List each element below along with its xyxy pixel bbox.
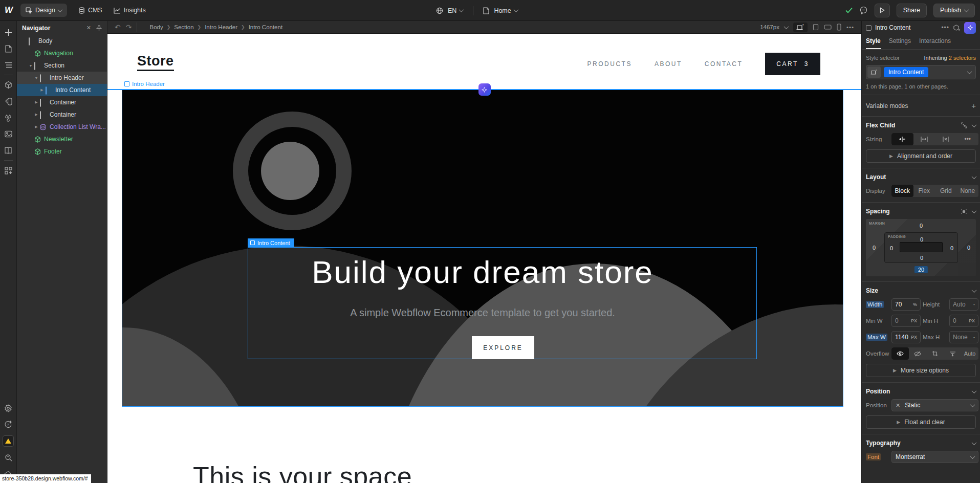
sizing-more-icon[interactable]: •••	[957, 133, 979, 145]
display-block-option[interactable]: Block	[891, 185, 913, 197]
display-grid-option[interactable]: Grid	[935, 185, 957, 197]
navigator-item-newsletter[interactable]: Newsletter	[17, 133, 107, 145]
caret-collapsed-icon[interactable]: ▶	[33, 125, 39, 129]
locale-selector[interactable]: EN	[448, 7, 463, 14]
navigator-item-container-1[interactable]: ▶ Container	[17, 96, 107, 108]
workspace-avatar[interactable]	[0, 433, 17, 449]
add-variable-mode-icon[interactable]: +	[971, 101, 976, 110]
section-heading[interactable]: This is your space	[193, 461, 412, 483]
tab-style[interactable]: Style	[866, 37, 881, 49]
breakpoint-portrait-icon[interactable]	[837, 24, 841, 31]
breakpoint-landscape-icon[interactable]	[824, 25, 832, 30]
float-and-clear-row[interactable]: ▶ Float and clear	[866, 415, 976, 429]
collapse-section-icon[interactable]	[972, 440, 977, 445]
overflow-scroll-icon[interactable]	[926, 347, 944, 360]
intro-content-selection-label[interactable]: Intro Content	[248, 238, 294, 247]
cms-button[interactable]: CMS	[78, 7, 102, 14]
padding-right-value[interactable]: 0	[950, 245, 953, 251]
overflow-hidden-icon[interactable]	[909, 347, 926, 360]
pages-button[interactable]	[0, 40, 17, 57]
variable-modes-row[interactable]: Variable modes +	[862, 95, 980, 117]
redo-icon[interactable]: ↷	[126, 23, 132, 31]
add-elements-button[interactable]	[0, 24, 17, 40]
more-options-icon[interactable]: •••	[941, 24, 949, 31]
padding-left-value[interactable]: 0	[890, 245, 893, 251]
spacing-settings-icon[interactable]	[961, 209, 967, 214]
display-none-option[interactable]: None	[957, 185, 979, 197]
width-input[interactable]: 70%	[891, 298, 921, 311]
more-breakpoints-icon[interactable]: •••	[846, 24, 854, 30]
page-selector[interactable]: Home	[494, 7, 517, 14]
navigator-item-collection-list[interactable]: ▶ Collection List Wra...	[17, 121, 107, 133]
assets-drops-button[interactable]	[0, 109, 17, 126]
style-selector-input[interactable]: * Intro Content	[866, 65, 976, 79]
caret-expanded-icon[interactable]: ▼	[33, 76, 39, 80]
padding-bottom-value[interactable]: 0	[920, 255, 923, 261]
collapse-section-icon[interactable]	[972, 288, 977, 293]
overflow-clip-icon[interactable]	[944, 347, 961, 360]
breadcrumb-body[interactable]: Body	[149, 24, 163, 30]
alignment-and-order-row[interactable]: ▶ Alignment and order	[866, 149, 976, 163]
overflow-auto-option[interactable]: Auto	[961, 347, 978, 360]
create-component-icon[interactable]	[953, 24, 961, 32]
navigator-item-navigation[interactable]: Navigation	[17, 47, 107, 59]
navigator-item-section[interactable]: ▼ Section	[17, 59, 107, 72]
nav-link-about[interactable]: ABOUT	[655, 60, 682, 68]
flex-child-target-icon[interactable]	[961, 122, 967, 128]
navigator-item-container-2[interactable]: ▶ Container	[17, 108, 107, 121]
media-button[interactable]	[0, 126, 17, 142]
search-icon[interactable]	[0, 449, 17, 466]
canvas-width-value[interactable]: 1467px	[760, 24, 779, 30]
pin-icon[interactable]	[96, 25, 102, 31]
breakpoint-tablet-icon[interactable]	[813, 24, 819, 31]
navigator-item-footer[interactable]: Footer	[17, 145, 107, 158]
style-variables-button[interactable]	[0, 93, 17, 109]
navigator-item-intro-content[interactable]: ▶ Intro Content	[17, 84, 107, 96]
cart-button[interactable]: CART 3	[765, 53, 820, 75]
margin-left-value[interactable]: 0	[873, 245, 876, 251]
collapse-section-icon[interactable]	[972, 208, 977, 213]
sizing-none-icon[interactable]	[935, 133, 957, 145]
navigator-button[interactable]	[0, 57, 17, 73]
breakpoint-desktop-icon[interactable]: *	[793, 23, 808, 32]
design-mode-button[interactable]: Design	[20, 4, 67, 17]
settings-gear-icon[interactable]	[0, 400, 17, 416]
ai-assistant-button[interactable]	[964, 22, 976, 34]
caret-expanded-icon[interactable]: ▼	[28, 64, 34, 68]
max-width-input[interactable]: 1140PX	[891, 331, 921, 343]
display-flex-option[interactable]: Flex	[913, 185, 935, 197]
collapse-section-icon[interactable]	[972, 388, 977, 393]
share-button[interactable]: Share	[897, 4, 927, 17]
min-height-input[interactable]: 0PX	[949, 315, 978, 327]
preview-button[interactable]	[875, 4, 890, 17]
intro-header-section[interactable]: Intro Content Build your dream store A s…	[122, 90, 843, 407]
comments-icon[interactable]	[859, 6, 868, 14]
explore-button[interactable]: EXPLORE	[472, 336, 534, 359]
margin-bottom-value[interactable]: 20	[914, 266, 928, 273]
spacing-control[interactable]: MARGIN 0 0 0 PADDING 0 0 0 0 20	[866, 219, 976, 276]
tab-settings[interactable]: Settings	[889, 37, 911, 49]
min-width-input[interactable]: 0PX	[891, 315, 921, 327]
design-canvas[interactable]: Store PRODUCTS ABOUT CONTACT CART 3 Intr…	[107, 34, 861, 483]
breadcrumb-intro-header[interactable]: Intro Header	[205, 24, 237, 30]
more-size-options-row[interactable]: ▶ More size options	[866, 364, 976, 377]
collapse-section-icon[interactable]	[972, 122, 977, 127]
webflow-logo[interactable]: W	[0, 5, 17, 15]
breadcrumb-intro-content[interactable]: Intro Content	[249, 24, 282, 30]
undo-icon[interactable]: ↶	[115, 23, 121, 31]
sizing-grow-icon[interactable]	[913, 133, 935, 145]
font-dropdown[interactable]: Montserrat	[891, 451, 978, 463]
collapse-section-icon[interactable]	[972, 174, 977, 179]
caret-collapsed-icon[interactable]: ▶	[39, 88, 45, 92]
height-input[interactable]: Auto-	[949, 298, 978, 311]
sizing-shrink-icon[interactable]	[891, 133, 913, 145]
clear-position-icon[interactable]: ✕	[896, 402, 900, 409]
inherited-selectors-link[interactable]: 2 selectors	[949, 55, 976, 61]
insights-button[interactable]: Insights	[114, 7, 146, 14]
element-drag-handle[interactable]	[478, 83, 491, 96]
store-logo[interactable]: Store	[137, 53, 174, 71]
active-class-pill[interactable]: Intro Content	[884, 67, 928, 77]
components-button[interactable]	[0, 77, 17, 93]
apps-button[interactable]	[0, 162, 17, 179]
margin-top-value[interactable]: 0	[920, 223, 923, 229]
